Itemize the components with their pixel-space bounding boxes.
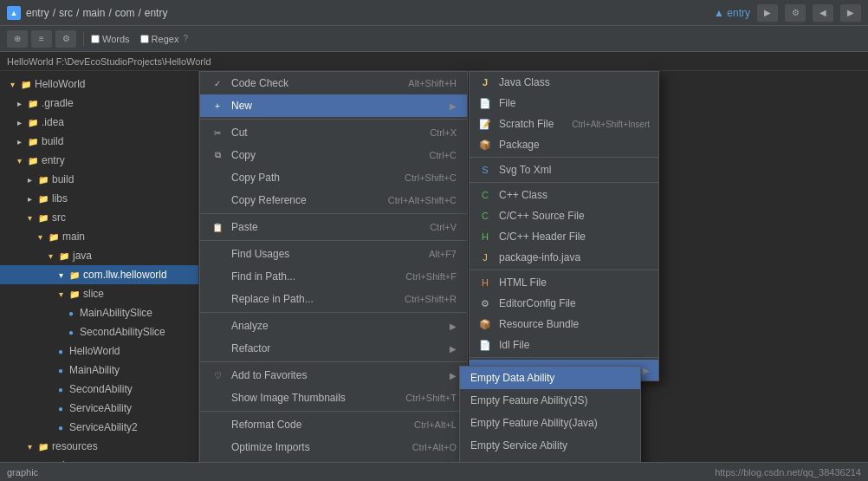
back-button[interactable]: ◀: [813, 4, 833, 22]
menu-new[interactable]: + New ▶: [200, 94, 467, 117]
tree-item-build-top[interactable]: ▸ 📁 build: [0, 132, 198, 151]
chevron-down-icon: ▾: [24, 442, 35, 452]
menu-show-thumbnails[interactable]: Show Image Thumbnails Ctrl+Shift+T: [200, 387, 467, 409]
entry-label: ▲ entry: [714, 7, 750, 19]
find-usages-shortcut: Alt+F7: [429, 249, 457, 259]
menu-add-favorites[interactable]: ♡ Add to Favorites ▶: [200, 364, 467, 387]
thumb-icon: [211, 391, 224, 405]
tree-item-slice[interactable]: ▾ 📁 slice: [0, 284, 198, 303]
folder-icon: 📁: [38, 442, 49, 452]
chevron-down-icon: ▾: [55, 270, 66, 280]
menu-button[interactable]: ≡: [31, 30, 52, 48]
menu-replace-path[interactable]: Replace in Path... Ctrl+Shift+R: [200, 288, 467, 310]
menu-reformat[interactable]: Reformat Code Ctrl+Alt+L: [200, 413, 467, 436]
ability-empty-service[interactable]: Empty Service Ability: [460, 434, 640, 457]
chevron-down-icon: ▾: [35, 232, 45, 242]
settings2-button[interactable]: ⚙: [55, 30, 76, 48]
tree-item-mainslice[interactable]: ● MainAbilitySlice: [0, 303, 198, 322]
bc-com[interactable]: com: [115, 7, 135, 19]
toolbar: ⊕ ≡ ⚙ Words Regex ?: [0, 26, 868, 52]
paste-shortcut: Ctrl+V: [430, 222, 457, 232]
tree-item-helloworld-file[interactable]: ● HelloWorld: [0, 341, 198, 361]
blog-url: https://blog.csdn.net/qq_38436214: [715, 467, 861, 478]
folder-icon: 📁: [49, 232, 59, 242]
main-area: ▾ 📁 HelloWorld ▸ 📁 .gradle ▸ 📁 .idea ▸ 📁…: [0, 71, 868, 481]
menu-analyze[interactable]: Analyze ▶: [200, 315, 467, 337]
tree-item-serviceability[interactable]: ● ServiceAbility: [0, 399, 198, 418]
separator2: [470, 182, 658, 183]
separator: [83, 32, 84, 46]
status-graphic: graphic: [7, 467, 38, 478]
menu-find-usages[interactable]: Find Usages Alt+F7: [200, 243, 467, 265]
menu-code-check[interactable]: ✓ Code Check Alt+Shift+H: [200, 72, 467, 94]
sub-idl[interactable]: 📄 Idl File: [470, 335, 658, 355]
menu-copy-reference[interactable]: Copy Reference Ctrl+Alt+Shift+C: [200, 189, 467, 211]
copy-shortcut: Ctrl+C: [430, 150, 457, 160]
tree-item-secondslice[interactable]: ● SecondAbilitySlice: [0, 322, 198, 341]
bc-main[interactable]: main: [82, 7, 105, 19]
regex-checkbox[interactable]: [140, 35, 149, 43]
tree-item-main[interactable]: ▾ 📁 main: [0, 227, 198, 246]
tree-item-src[interactable]: ▾ 📁 src: [0, 208, 198, 227]
tree-item-java[interactable]: ▾ 📁 java: [0, 246, 198, 265]
breadcrumb: entry / src / main / com / entry: [26, 7, 167, 19]
sub-file[interactable]: 📄 File: [470, 93, 658, 114]
bc-src[interactable]: src: [59, 7, 73, 19]
tree-item-mainability[interactable]: ● MainAbility: [0, 361, 198, 380]
menu-cut[interactable]: ✂ Cut Ctrl+X: [200, 121, 467, 144]
tree-item-gradle[interactable]: ▸ 📁 .gradle: [0, 94, 198, 113]
tree-item-resources[interactable]: ▾ 📁 resources: [0, 437, 198, 456]
replace-path-shortcut: Ctrl+Shift+R: [405, 294, 457, 304]
copy-ref-label: Copy Reference: [231, 194, 307, 206]
tree-item-build[interactable]: ▸ 📁 build: [0, 170, 198, 189]
file-icon: ●: [55, 385, 66, 394]
bc-entry2[interactable]: entry: [145, 7, 168, 19]
ability-empty-feature-java[interactable]: Empty Feature Ability(Java): [460, 412, 640, 434]
add-button[interactable]: ⊕: [7, 30, 28, 48]
regex-option[interactable]: Regex ?: [140, 34, 188, 44]
tree-item-secondability[interactable]: ● SecondAbility: [0, 380, 198, 399]
sub-java-class[interactable]: J Java Class: [470, 72, 658, 93]
chevron-right-icon: ▸: [14, 137, 24, 146]
optimize-icon: [211, 440, 224, 454]
menu-paste[interactable]: 📋 Paste Ctrl+V: [200, 216, 467, 238]
paste-icon: 📋: [211, 220, 224, 234]
tree-item-libs[interactable]: ▸ 📁 libs: [0, 189, 198, 208]
sub-package[interactable]: 📦 Package: [470, 134, 658, 155]
bc-entry[interactable]: entry: [26, 7, 49, 19]
tree-item-helloworld[interactable]: ▾ 📁 HelloWorld: [0, 75, 198, 94]
settings-button[interactable]: ⚙: [785, 4, 806, 22]
file-label: File: [499, 97, 515, 109]
sub-cpp-source[interactable]: C C/C++ Source File: [470, 205, 658, 226]
resource-bundle-label: Resource Bundle: [499, 318, 579, 330]
words-checkbox[interactable]: [91, 35, 100, 43]
menu-copy-path[interactable]: Copy Path Ctrl+Shift+C: [200, 166, 467, 189]
find-icon: [211, 247, 224, 261]
ability-empty-data[interactable]: Empty Data Ability: [460, 367, 640, 389]
sub-html[interactable]: H HTML File: [470, 272, 658, 293]
file-icon: ●: [55, 423, 66, 432]
sub-cpp-header[interactable]: H C/C++ Header File: [470, 226, 658, 247]
resource-icon: 📦: [478, 317, 492, 331]
tree-item-entry[interactable]: ▾ 📁 entry: [0, 151, 198, 170]
top-bar: ▲ entry / src / main / com / entry ▲ ent…: [0, 0, 868, 26]
words-option[interactable]: Words: [91, 34, 130, 44]
sub-svg-xml[interactable]: S Svg To Xml: [470, 159, 658, 180]
sub-cpp-class[interactable]: C C++ Class: [470, 185, 658, 205]
tree-item-com-llw[interactable]: ▾ 📁 com.llw.helloworld: [0, 265, 198, 284]
menu-optimize[interactable]: Optimize Imports Ctrl+Alt+O: [200, 436, 467, 458]
menu-refactor[interactable]: Refactor ▶: [200, 337, 467, 360]
ability-empty-feature-js[interactable]: Empty Feature Ability(JS): [460, 389, 640, 412]
forward-button[interactable]: ▶: [840, 4, 861, 22]
sub-resource-bundle[interactable]: 📦 Resource Bundle: [470, 314, 658, 335]
menu-copy[interactable]: ⧉ Copy Ctrl+C: [200, 144, 467, 166]
sub-pkg-info[interactable]: J package-info.java: [470, 247, 658, 268]
sub-scratch[interactable]: 📝 Scratch File Ctrl+Alt+Shift+Insert: [470, 114, 658, 134]
tree-item-idea[interactable]: ▸ 📁 .idea: [0, 113, 198, 132]
sub-editorconfig[interactable]: ⚙ EditorConfig File: [470, 293, 658, 314]
folder-icon: 📁: [38, 213, 49, 223]
menu-find-path[interactable]: Find in Path... Ctrl+Shift+F: [200, 265, 467, 288]
tree-item-serviceability2[interactable]: ● ServiceAbility2: [0, 418, 198, 437]
run-button[interactable]: ▶: [757, 4, 778, 22]
cpp-icon: C: [478, 188, 492, 202]
